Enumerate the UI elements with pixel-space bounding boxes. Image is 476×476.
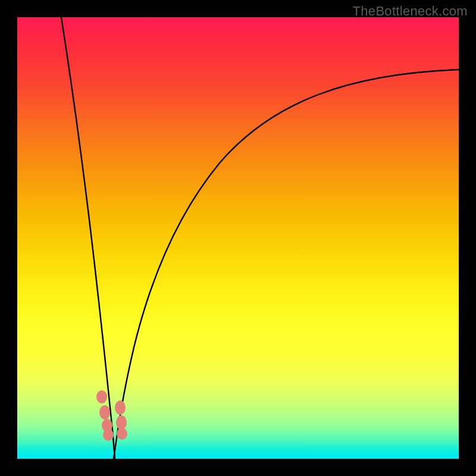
marker-dot <box>115 400 126 415</box>
plot-area <box>17 17 459 459</box>
curve-left-branch <box>61 17 115 459</box>
marker-dot <box>96 390 107 403</box>
marker-dot <box>99 405 110 419</box>
chart-frame: TheBottleneck.com <box>0 0 476 476</box>
marker-dot <box>117 428 127 440</box>
marker-dot <box>103 429 114 441</box>
marker-dot <box>116 415 127 430</box>
curve-layer <box>17 17 459 459</box>
watermark-text: TheBottleneck.com <box>353 4 468 19</box>
curve-right-branch <box>114 70 459 459</box>
